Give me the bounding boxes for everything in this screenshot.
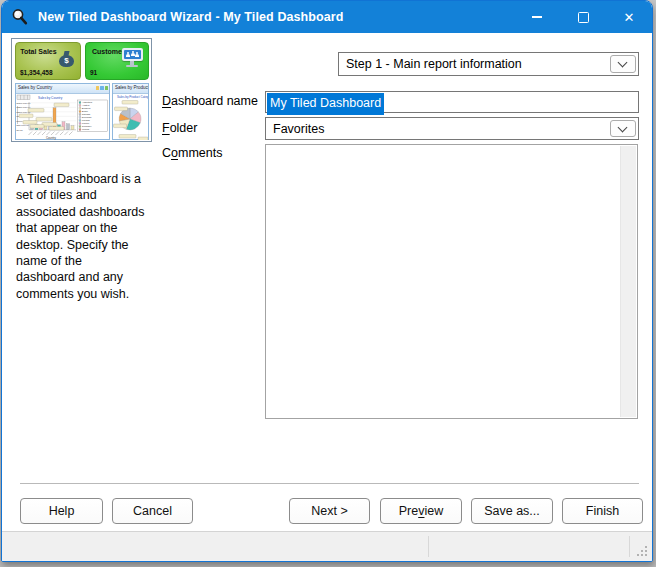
footer-separator <box>20 483 639 484</box>
window-controls: ✕ <box>514 1 652 33</box>
maximize-icon <box>578 12 589 23</box>
money-bag-icon: $ <box>59 50 75 68</box>
step-selector[interactable]: Step 1 - Main report information <box>338 52 639 76</box>
preview-panel-sales-by-product: Sales by Product Category Sales by Produ… <box>112 83 149 140</box>
tile-title: Total Sales <box>16 48 61 55</box>
step-selector-value: Step 1 - Main report information <box>346 57 522 71</box>
finish-button[interactable]: Finish <box>562 498 643 524</box>
chart-title: Sales by Product Category <box>117 95 148 99</box>
preview-button[interactable]: Preview <box>380 498 462 524</box>
tile-value: 91 <box>90 69 97 76</box>
comments-label: Comments <box>162 146 222 160</box>
dialog-content: Total Sales $ $1,354,458 Customers 91 <box>2 33 652 532</box>
comments-scrollbar[interactable] <box>620 146 636 417</box>
chevron-down-icon <box>618 122 628 132</box>
preview-tile-total-sales: Total Sales $ $1,354,458 <box>15 42 81 80</box>
maximize-button[interactable] <box>560 1 606 33</box>
svg-text:$0.00: $0.00 <box>17 129 24 132</box>
folder-select-dropdown-button[interactable] <box>610 120 636 137</box>
preview-panel-sales-by-country: Sales by Country Sales by Country <box>15 83 110 140</box>
cancel-button[interactable]: Cancel <box>112 498 193 524</box>
wizard-description: A Tiled Dashboard is a set of tiles and … <box>16 171 153 302</box>
close-icon: ✕ <box>624 11 635 24</box>
chart-legend: Argentina Austria Belgium Brazil Canada … <box>78 100 108 132</box>
svg-text:Ireland: Ireland <box>82 128 90 131</box>
magnifier-app-icon <box>11 8 29 26</box>
dashboard-name-value-selected: My Tiled Dashboard <box>267 93 384 115</box>
minimize-button[interactable] <box>514 1 560 33</box>
help-button[interactable]: Help <box>20 498 103 524</box>
wizard-dialog: New Tiled Dashboard Wizard - My Tiled Da… <box>1 0 653 562</box>
svg-text:$50,000.00: $50,000.00 <box>17 124 30 127</box>
panel-header: Sales by Product Category <box>113 84 148 94</box>
save-as-button[interactable]: Save as... <box>471 498 553 524</box>
folder-select[interactable]: Favorites <box>265 117 639 140</box>
comments-textarea[interactable] <box>265 144 638 419</box>
status-bar <box>2 531 652 561</box>
pie-chart: Sales by Product Category <box>113 94 148 140</box>
title-bar: New Tiled Dashboard Wizard - My Tiled Da… <box>2 1 652 33</box>
preview-tile-customers: Customers 91 <box>85 42 149 80</box>
resize-grip[interactable] <box>636 545 647 556</box>
panel-header-icons <box>96 86 109 90</box>
customers-monitor-icon <box>122 48 144 68</box>
chart-title: Sales by Country <box>38 96 63 100</box>
x-tick-labels <box>29 132 73 136</box>
panel-title: Sales by Country <box>18 85 52 90</box>
status-bar-separator <box>629 536 630 557</box>
dashboard-preview-image: Total Sales $ $1,354,458 Customers 91 <box>11 38 152 142</box>
panel-header: Sales by Country <box>16 84 109 94</box>
x-axis-title: Country <box>46 136 56 140</box>
folder-select-value: Favorites <box>273 122 324 136</box>
minimize-icon <box>532 16 542 17</box>
status-bar-separator <box>428 536 429 557</box>
step-selector-dropdown-button[interactable] <box>610 55 636 73</box>
bar-chart: Sales by Country $300,000.00 $250,000.00… <box>16 94 109 140</box>
panel-title: Sales by Product Category <box>115 85 148 90</box>
tile-value: $1,354,458 <box>20 69 53 76</box>
window-title: New Tiled Dashboard Wizard - My Tiled Da… <box>38 10 344 24</box>
folder-label: Folder <box>162 121 197 135</box>
chevron-down-icon <box>618 58 628 68</box>
next-button[interactable]: Next > <box>289 498 370 524</box>
dashboard-name-input[interactable]: My Tiled Dashboard <box>265 91 639 113</box>
close-button[interactable]: ✕ <box>606 1 652 33</box>
dashboard-name-label: Dashboard name <box>162 94 258 108</box>
